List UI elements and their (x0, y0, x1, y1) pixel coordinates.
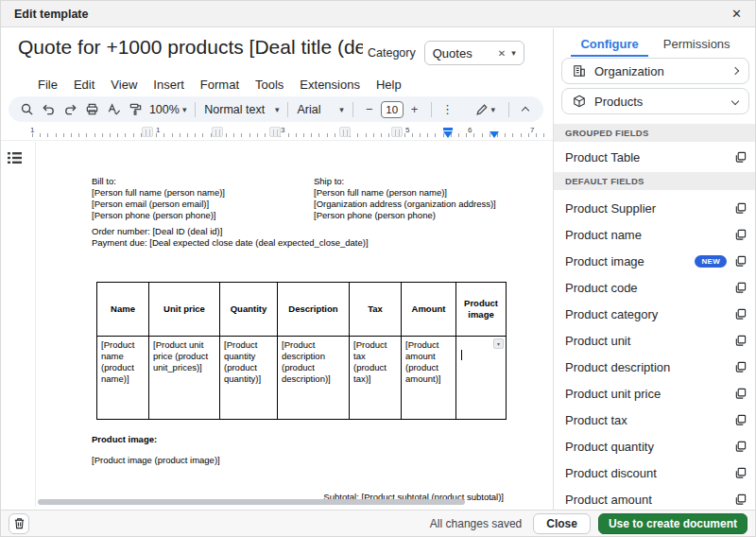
merge-field[interactable]: [Person email (person email)] (92, 199, 225, 210)
table-header-cell[interactable]: Tax (350, 283, 402, 337)
copy-icon[interactable] (734, 414, 747, 426)
copy-icon[interactable] (734, 151, 747, 164)
order-block[interactable]: Order number: [Deal ID (deal id)] Paymen… (92, 226, 369, 249)
order-number-line[interactable]: Order number: [Deal ID (deal id)] (92, 226, 369, 237)
horizontal-scrollbar[interactable] (38, 499, 465, 505)
table-cell[interactable]: [Product amount (product amount)] (402, 337, 456, 420)
product-image-heading[interactable]: Product image: (92, 434, 157, 445)
first-line-indent-marker[interactable] (443, 131, 453, 138)
zoom-select[interactable]: 100% ▾ (146, 99, 189, 120)
increase-font-size-button[interactable]: + (404, 99, 425, 120)
search-icon[interactable] (16, 99, 37, 120)
merge-field[interactable]: [Person full name (person name)] (92, 187, 225, 199)
table-column-marker[interactable] (269, 127, 281, 137)
close-button[interactable]: Close (533, 513, 591, 534)
field-product-unit[interactable]: Product unit (554, 327, 756, 354)
spellcheck-icon[interactable] (103, 99, 124, 120)
field-product-image[interactable]: Product image NEW (554, 248, 756, 274)
product-image-field[interactable]: [Product image (product image)] (92, 455, 220, 466)
font-size-input[interactable]: 10 (381, 101, 404, 118)
left-indent-marker[interactable] (443, 128, 453, 130)
field-product-code[interactable]: Product code (554, 274, 756, 301)
copy-icon[interactable] (734, 494, 747, 506)
category-select[interactable]: Quotes ✕ ▾ (424, 41, 524, 65)
table-column-marker[interactable] (391, 127, 403, 137)
copy-icon[interactable] (734, 282, 747, 294)
template-title[interactable]: Quote for +1000 products [Deal title (de… (18, 36, 363, 59)
undo-icon[interactable] (38, 99, 59, 120)
ship-to-block[interactable]: Ship to: [Person full name (person name)… (314, 176, 496, 221)
tab-configure[interactable]: Configure (578, 34, 640, 57)
menu-format[interactable]: Format (194, 77, 246, 93)
product-table[interactable]: Name Unit price Quantity Description Tax… (96, 282, 507, 420)
table-cell[interactable]: [Product quantity (product quantity)] (220, 337, 278, 420)
field-product-amount[interactable]: Product amount (554, 486, 756, 511)
copy-icon[interactable] (734, 229, 747, 241)
menu-edit[interactable]: Edit (67, 77, 101, 93)
table-cell[interactable]: [Product name (product name)] (97, 337, 149, 420)
table-header-cell[interactable]: Name (97, 283, 149, 337)
close-icon[interactable]: ✕ (731, 7, 742, 21)
field-product-discount[interactable]: Product discount (554, 459, 756, 486)
menu-file[interactable]: File (31, 77, 64, 93)
table-cell[interactable]: [Product tax (product tax)] (350, 337, 402, 420)
copy-icon[interactable] (734, 255, 747, 268)
merge-field[interactable]: [Person phone (person phone) (314, 210, 496, 221)
table-header-cell[interactable]: Quantity (220, 283, 278, 337)
field-product-name[interactable]: Product name (554, 221, 756, 248)
bill-to-block[interactable]: Bill to: [Person full name (person name)… (92, 176, 225, 221)
more-options-icon[interactable]: ⋮ (438, 99, 458, 120)
table-cell-product-image[interactable]: ▾ (456, 337, 507, 420)
tab-permissions[interactable]: Permissions (662, 34, 732, 57)
paint-format-icon[interactable] (125, 99, 146, 120)
font-select[interactable]: Arial ▾ (294, 99, 346, 120)
copy-icon[interactable] (734, 308, 747, 320)
field-product-tax[interactable]: Product tax (554, 407, 756, 433)
redo-icon[interactable] (60, 99, 80, 120)
field-product-category[interactable]: Product category (554, 301, 756, 327)
field-product-supplier[interactable]: Product Supplier (554, 195, 756, 221)
menu-help[interactable]: Help (369, 77, 408, 93)
clear-category-icon[interactable]: ✕ (498, 48, 506, 59)
copy-icon[interactable] (734, 441, 747, 453)
print-icon[interactable] (81, 99, 102, 120)
menu-tools[interactable]: Tools (249, 77, 290, 93)
field-product-table[interactable]: Product Table (554, 144, 756, 170)
table-cell[interactable]: [Product description (product descriptio… (278, 337, 350, 420)
copy-icon[interactable] (734, 335, 747, 347)
field-product-description[interactable]: Product description (554, 354, 756, 380)
menu-view[interactable]: View (104, 77, 144, 93)
right-indent-marker[interactable] (490, 131, 499, 138)
organization-panel[interactable]: Organization (561, 58, 749, 84)
collapse-toolbar-icon[interactable] (515, 99, 536, 120)
copy-icon[interactable] (734, 388, 747, 400)
document-outline-icon[interactable] (8, 150, 22, 169)
field-product-quantity[interactable]: Product quantity (554, 433, 756, 459)
table-header-cell[interactable]: Amount (402, 283, 456, 337)
table-cell[interactable]: [Product unit price (product unit_prices… (149, 337, 220, 420)
document-page[interactable]: Bill to: [Person full name (person name)… (35, 142, 545, 507)
menu-insert[interactable]: Insert (146, 77, 191, 93)
products-panel[interactable]: Products (561, 88, 749, 114)
paragraph-style-select[interactable]: Normal text ▾ (201, 99, 282, 120)
payment-due-line[interactable]: Payment due: [Deal expected close date (… (92, 237, 369, 249)
table-column-marker[interactable] (212, 127, 223, 137)
table-column-marker[interactable] (339, 127, 351, 137)
menu-extensions[interactable]: Extensions (293, 77, 367, 93)
table-options-chip[interactable]: ▾ (493, 338, 504, 349)
table-header-cell[interactable]: Unit price (149, 283, 220, 337)
copy-icon[interactable] (734, 361, 747, 373)
table-column-marker[interactable] (142, 127, 153, 137)
editing-mode-select[interactable]: ▾ (472, 99, 498, 120)
table-header-cell[interactable]: Product image (456, 283, 507, 337)
table-header-cell[interactable]: Description (278, 283, 350, 337)
decrease-font-size-button[interactable]: − (359, 99, 380, 120)
merge-field[interactable]: [Person full name (person name)] (314, 187, 496, 199)
copy-icon[interactable] (734, 202, 747, 215)
delete-template-button[interactable] (9, 513, 29, 534)
copy-icon[interactable] (734, 467, 747, 479)
merge-field[interactable]: [Organization address (organization addr… (314, 199, 496, 210)
field-product-unit-price[interactable]: Product unit price (554, 380, 756, 407)
use-to-create-document-button[interactable]: Use to create document (598, 513, 747, 534)
merge-field[interactable]: [Person phone (person phone)] (92, 210, 225, 221)
